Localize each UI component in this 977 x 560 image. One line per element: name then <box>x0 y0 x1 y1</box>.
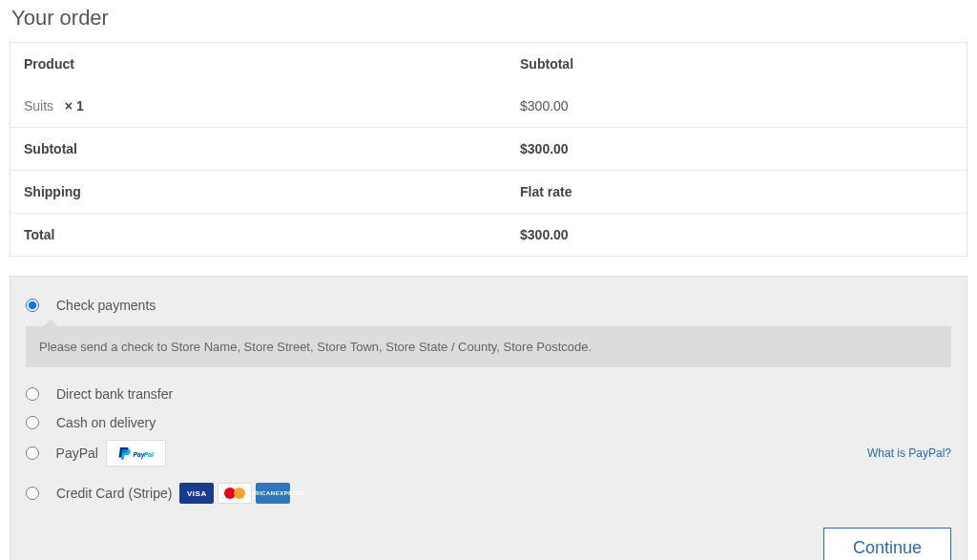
total-label: Total <box>10 214 508 257</box>
amex-icon: AMERICANEXPRESS <box>256 483 290 504</box>
radio-stripe[interactable] <box>26 487 39 500</box>
shipping-value: Flat rate <box>507 171 967 214</box>
shipping-label: Shipping <box>10 171 508 214</box>
product-qty: 1 <box>76 98 84 114</box>
payment-option-check[interactable]: Check payments <box>26 294 951 317</box>
radio-check-payments[interactable] <box>26 299 39 312</box>
payment-option-bank[interactable]: Direct bank transfer <box>26 383 951 405</box>
table-header-row: Product Subtotal <box>10 43 967 86</box>
order-summary-table: Product Subtotal Suits × 1 $300.00 Subto… <box>10 42 967 257</box>
label-bank-transfer[interactable]: Direct bank transfer <box>56 386 951 402</box>
radio-bank-transfer[interactable] <box>26 387 39 401</box>
payment-option-paypal[interactable]: PayPal Pay Pal What is PayPal? <box>26 440 951 467</box>
radio-cash-on-delivery[interactable] <box>26 416 39 429</box>
table-row: Suits × 1 $300.00 <box>10 85 967 128</box>
product-qty-prefix: × <box>65 98 76 114</box>
card-icons: VISA AMERICANEXPRESS <box>179 483 290 504</box>
what-is-paypal-link[interactable]: What is PayPal? <box>867 446 951 460</box>
table-row: Shipping Flat rate <box>10 171 967 214</box>
table-row: Total $300.00 <box>10 214 967 257</box>
label-cash-on-delivery[interactable]: Cash on delivery <box>56 415 951 430</box>
check-payments-description: Please send a check to Store Name, Store… <box>26 326 951 367</box>
product-cell: Suits × 1 <box>10 85 508 128</box>
page-title: Your order <box>11 6 967 31</box>
stripe-text: Credit Card (Stripe) <box>56 486 172 501</box>
visa-icon: VISA <box>179 483 214 504</box>
total-value: $300.00 <box>507 214 967 257</box>
continue-button[interactable]: Continue <box>823 528 951 560</box>
subtotal-label: Subtotal <box>10 128 508 171</box>
label-paypal[interactable]: PayPal Pay Pal <box>56 440 867 467</box>
product-name: Suits <box>24 98 53 114</box>
product-price: $300.00 <box>507 85 967 128</box>
radio-paypal[interactable] <box>26 446 39 460</box>
subtotal-value: $300.00 <box>507 128 967 171</box>
col-subtotal: Subtotal <box>507 43 967 86</box>
label-check-payments[interactable]: Check payments <box>56 298 951 313</box>
svg-text:Pal: Pal <box>144 451 154 458</box>
payment-option-stripe[interactable]: Credit Card (Stripe) VISA AMERICANEXPRES… <box>26 482 951 505</box>
mastercard-icon <box>218 483 252 504</box>
actions-row: Continue <box>26 528 951 560</box>
table-row: Subtotal $300.00 <box>10 128 967 171</box>
payment-methods-panel: Check payments Please send a check to St… <box>10 276 967 560</box>
col-product: Product <box>10 43 508 86</box>
payment-option-cod[interactable]: Cash on delivery <box>26 411 951 434</box>
paypal-logo-icon: Pay Pal <box>106 440 166 467</box>
label-stripe[interactable]: Credit Card (Stripe) VISA AMERICANEXPRES… <box>56 483 951 504</box>
paypal-text: PayPal <box>56 446 98 461</box>
